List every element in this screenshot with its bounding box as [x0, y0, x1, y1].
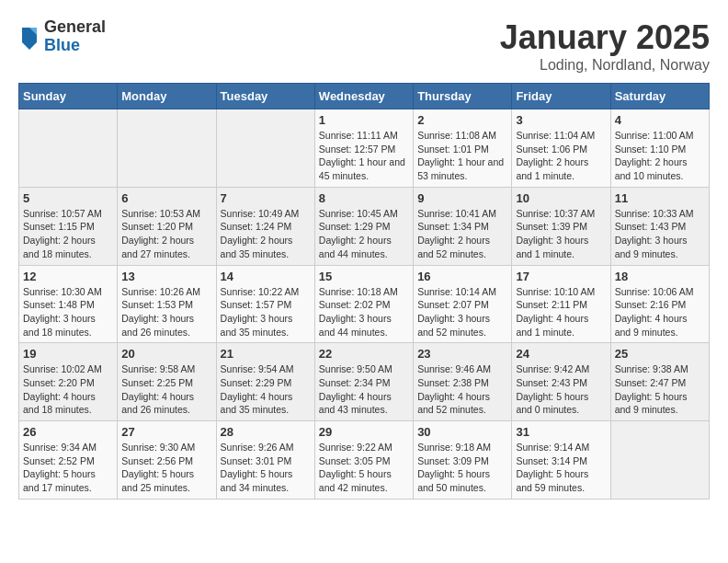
day-number: 10	[516, 191, 606, 205]
day-content: Sunrise: 10:45 AM Sunset: 1:29 PM Daylig…	[319, 207, 409, 261]
day-cell: 7Sunrise: 10:49 AM Sunset: 1:24 PM Dayli…	[216, 187, 314, 265]
week-row-5: 26Sunrise: 9:34 AM Sunset: 2:52 PM Dayli…	[19, 421, 710, 500]
day-number: 1	[319, 113, 409, 127]
day-number: 9	[417, 191, 507, 205]
day-number: 31	[516, 425, 606, 439]
day-cell: 2Sunrise: 11:08 AM Sunset: 1:01 PM Dayli…	[414, 109, 512, 188]
day-content: Sunrise: 9:34 AM Sunset: 2:52 PM Dayligh…	[23, 441, 113, 495]
day-number: 28	[221, 425, 311, 439]
day-cell: 9Sunrise: 10:41 AM Sunset: 1:34 PM Dayli…	[414, 187, 512, 265]
day-content: Sunrise: 10:57 AM Sunset: 1:15 PM Daylig…	[23, 207, 113, 261]
day-number: 18	[615, 270, 705, 283]
week-row-4: 19Sunrise: 10:02 AM Sunset: 2:20 PM Dayl…	[19, 343, 710, 421]
day-content: Sunrise: 10:53 AM Sunset: 1:20 PM Daylig…	[121, 207, 211, 261]
day-content: Sunrise: 10:26 AM Sunset: 1:53 PM Daylig…	[121, 285, 211, 339]
logo-blue-text: Blue	[44, 37, 106, 55]
day-content: Sunrise: 10:33 AM Sunset: 1:43 PM Daylig…	[615, 207, 705, 261]
day-content: Sunrise: 9:26 AM Sunset: 3:01 PM Dayligh…	[221, 441, 311, 495]
day-cell: 11Sunrise: 10:33 AM Sunset: 1:43 PM Dayl…	[610, 187, 709, 265]
day-number: 3	[516, 113, 606, 127]
day-number: 19	[23, 347, 113, 361]
day-cell: 3Sunrise: 11:04 AM Sunset: 1:06 PM Dayli…	[512, 109, 610, 188]
weekday-header-monday: Monday	[118, 84, 216, 109]
logo-general-text: General	[44, 18, 106, 37]
day-cell: 28Sunrise: 9:26 AM Sunset: 3:01 PM Dayli…	[216, 421, 314, 500]
day-cell: 24Sunrise: 9:42 AM Sunset: 2:43 PM Dayli…	[512, 343, 610, 421]
title-area: January 2025 Loding, Nordland, Norway	[500, 18, 710, 74]
day-number: 22	[319, 347, 409, 361]
day-cell: 16Sunrise: 10:14 AM Sunset: 2:07 PM Dayl…	[414, 265, 512, 343]
day-cell: 17Sunrise: 10:10 AM Sunset: 2:11 PM Dayl…	[512, 265, 610, 343]
week-row-3: 12Sunrise: 10:30 AM Sunset: 1:48 PM Dayl…	[19, 265, 710, 343]
day-cell: 13Sunrise: 10:26 AM Sunset: 1:53 PM Dayl…	[118, 265, 216, 343]
day-number: 14	[221, 270, 311, 283]
day-number: 27	[121, 425, 211, 439]
day-content: Sunrise: 11:00 AM Sunset: 1:10 PM Daylig…	[615, 129, 705, 183]
day-cell: 30Sunrise: 9:18 AM Sunset: 3:09 PM Dayli…	[414, 421, 512, 500]
weekday-header-friday: Friday	[512, 84, 610, 109]
day-content: Sunrise: 9:42 AM Sunset: 2:43 PM Dayligh…	[516, 362, 606, 417]
day-number: 21	[221, 347, 311, 361]
day-cell: 15Sunrise: 10:18 AM Sunset: 2:02 PM Dayl…	[314, 265, 413, 343]
day-number: 26	[23, 425, 113, 439]
weekday-header-thursday: Thursday	[414, 84, 512, 109]
day-cell: 29Sunrise: 9:22 AM Sunset: 3:05 PM Dayli…	[314, 421, 413, 500]
day-content: Sunrise: 11:04 AM Sunset: 1:06 PM Daylig…	[516, 129, 606, 183]
day-content: Sunrise: 10:02 AM Sunset: 2:20 PM Daylig…	[23, 362, 113, 417]
day-content: Sunrise: 11:11 AM Sunset: 12:57 PM Dayli…	[319, 129, 409, 183]
day-content: Sunrise: 10:41 AM Sunset: 1:34 PM Daylig…	[417, 207, 507, 261]
day-cell: 12Sunrise: 10:30 AM Sunset: 1:48 PM Dayl…	[19, 265, 118, 343]
day-cell: 31Sunrise: 9:14 AM Sunset: 3:14 PM Dayli…	[512, 421, 610, 500]
week-row-1: 1Sunrise: 11:11 AM Sunset: 12:57 PM Dayl…	[19, 109, 710, 188]
day-cell: 1Sunrise: 11:11 AM Sunset: 12:57 PM Dayl…	[314, 109, 413, 188]
page-header: General Blue January 2025 Loding, Nordla…	[18, 18, 710, 74]
day-content: Sunrise: 9:58 AM Sunset: 2:25 PM Dayligh…	[121, 362, 211, 417]
day-content: Sunrise: 9:50 AM Sunset: 2:34 PM Dayligh…	[319, 362, 409, 417]
day-number: 8	[319, 191, 409, 205]
day-content: Sunrise: 10:18 AM Sunset: 2:02 PM Daylig…	[319, 285, 409, 339]
day-cell	[216, 109, 314, 188]
day-content: Sunrise: 9:38 AM Sunset: 2:47 PM Dayligh…	[615, 362, 705, 417]
day-cell: 20Sunrise: 9:58 AM Sunset: 2:25 PM Dayli…	[118, 343, 216, 421]
day-content: Sunrise: 10:30 AM Sunset: 1:48 PM Daylig…	[23, 285, 113, 339]
day-content: Sunrise: 10:14 AM Sunset: 2:07 PM Daylig…	[417, 285, 507, 339]
day-number: 11	[615, 191, 705, 205]
day-content: Sunrise: 10:49 AM Sunset: 1:24 PM Daylig…	[221, 207, 311, 261]
day-content: Sunrise: 9:18 AM Sunset: 3:09 PM Dayligh…	[417, 441, 507, 495]
day-content: Sunrise: 10:10 AM Sunset: 2:11 PM Daylig…	[516, 285, 606, 339]
day-number: 20	[121, 347, 211, 361]
day-cell: 6Sunrise: 10:53 AM Sunset: 1:20 PM Dayli…	[118, 187, 216, 265]
day-content: Sunrise: 9:30 AM Sunset: 2:56 PM Dayligh…	[121, 441, 211, 495]
calendar-table: SundayMondayTuesdayWednesdayThursdayFrid…	[18, 83, 710, 500]
day-cell: 22Sunrise: 9:50 AM Sunset: 2:34 PM Dayli…	[314, 343, 413, 421]
day-content: Sunrise: 10:37 AM Sunset: 1:39 PM Daylig…	[516, 207, 606, 261]
day-number: 24	[516, 347, 606, 361]
day-cell: 10Sunrise: 10:37 AM Sunset: 1:39 PM Dayl…	[512, 187, 610, 265]
day-cell	[19, 109, 118, 188]
logo: General Blue	[18, 18, 106, 55]
day-cell	[610, 421, 709, 500]
day-content: Sunrise: 9:22 AM Sunset: 3:05 PM Dayligh…	[319, 441, 409, 495]
day-number: 25	[615, 347, 705, 361]
day-cell: 26Sunrise: 9:34 AM Sunset: 2:52 PM Dayli…	[19, 421, 118, 500]
weekday-header-tuesday: Tuesday	[216, 84, 314, 109]
day-content: Sunrise: 9:46 AM Sunset: 2:38 PM Dayligh…	[417, 362, 507, 417]
day-number: 5	[23, 191, 113, 205]
day-number: 2	[417, 113, 507, 127]
day-cell: 21Sunrise: 9:54 AM Sunset: 2:29 PM Dayli…	[216, 343, 314, 421]
day-content: Sunrise: 9:14 AM Sunset: 3:14 PM Dayligh…	[516, 441, 606, 495]
weekday-header-wednesday: Wednesday	[314, 84, 413, 109]
day-cell: 27Sunrise: 9:30 AM Sunset: 2:56 PM Dayli…	[118, 421, 216, 500]
weekday-header-saturday: Saturday	[610, 84, 709, 109]
day-cell: 4Sunrise: 11:00 AM Sunset: 1:10 PM Dayli…	[610, 109, 709, 188]
day-cell: 19Sunrise: 10:02 AM Sunset: 2:20 PM Dayl…	[19, 343, 118, 421]
weekday-header-row: SundayMondayTuesdayWednesdayThursdayFrid…	[19, 84, 710, 109]
day-number: 4	[615, 113, 705, 127]
day-cell: 23Sunrise: 9:46 AM Sunset: 2:38 PM Dayli…	[414, 343, 512, 421]
day-number: 30	[417, 425, 507, 439]
day-cell	[118, 109, 216, 188]
month-title: January 2025	[500, 18, 710, 57]
day-number: 12	[23, 270, 113, 283]
day-number: 13	[121, 270, 211, 283]
day-content: Sunrise: 10:22 AM Sunset: 1:57 PM Daylig…	[221, 285, 311, 339]
